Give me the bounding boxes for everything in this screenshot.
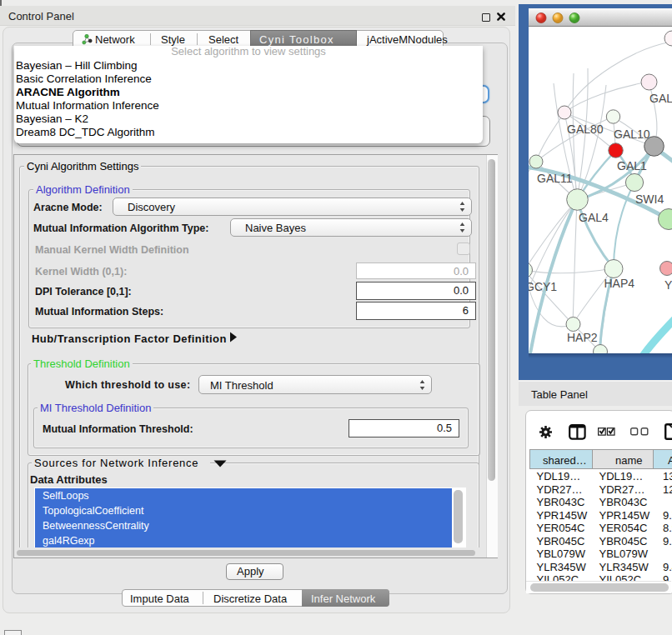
svg-text:GCY1: GCY1 — [529, 280, 557, 293]
svg-text:HAP4: HAP4 — [604, 277, 635, 290]
svg-text:GAL10: GAL10 — [614, 128, 650, 141]
svg-text:GAL80: GAL80 — [567, 122, 604, 136]
svg-text:HAP2: HAP2 — [567, 331, 598, 344]
svg-text:GAL4: GAL4 — [579, 211, 609, 224]
svg-text:GAL11: GAL11 — [537, 172, 573, 185]
svg-text:SWI4: SWI4 — [635, 192, 664, 206]
svg-text:Y: Y — [664, 278, 672, 292]
svg-text:GAL1: GAL1 — [617, 159, 647, 172]
svg-text:GAL7: GAL7 — [649, 92, 672, 105]
